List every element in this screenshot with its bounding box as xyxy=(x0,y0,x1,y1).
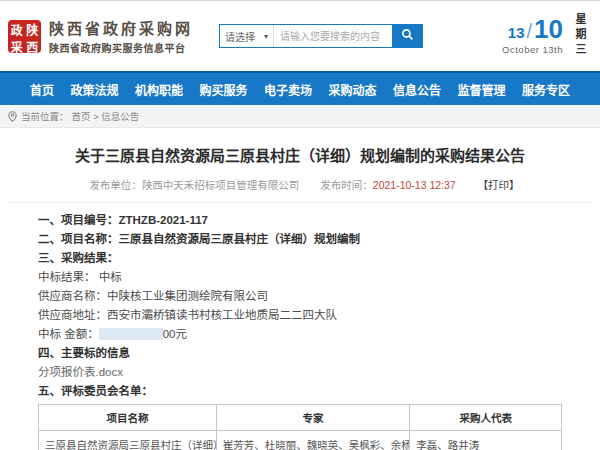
bid-amount-suffix: 00元 xyxy=(163,328,187,340)
publisher-group: 发布单位：陕西中天禾招标项目管理有限公司 xyxy=(89,179,299,191)
publisher-label: 发布单位： xyxy=(89,179,142,191)
bid-amount-label: 中标 金额： xyxy=(38,328,99,340)
date-day: 13 xyxy=(508,24,525,41)
search-select-label: 请选择 xyxy=(225,29,255,44)
column-header-experts: 专家 xyxy=(216,405,410,431)
table-row: 三原县自然资源局三原县村庄（详细）规划编制 崔芳芳、杜晓丽、魏晓英、吴枫彩、余杨… xyxy=(39,431,562,450)
site-titles: 陕西省政府采购网 陕西省政府购买服务信息平台 xyxy=(49,17,193,55)
column-header-purchaser-reps: 采购人代表 xyxy=(410,405,562,431)
search-input[interactable] xyxy=(274,25,392,47)
location-pin-icon xyxy=(8,111,17,122)
announcement-article: 关于三原县自然资源局三原县村庄（详细）规划编制的采购结果公告 发布单位：陕西中天… xyxy=(0,128,600,450)
search-bar: 请选择 ▾ xyxy=(219,24,423,48)
evaluation-committee-table: 项目名称 专家 采购人代表 三原县自然资源局三原县村庄（详细）规划编制 崔芳芳、… xyxy=(38,404,562,450)
date-numbers: 13 / 10 October 13th xyxy=(502,17,563,55)
nav-item-supervision[interactable]: 监督管理 xyxy=(457,81,505,98)
nav-item-policies[interactable]: 政策法规 xyxy=(70,81,118,98)
cell-purchaser-reps: 李磊、路井涛 xyxy=(410,431,562,450)
section4-heading: 四、主要标的信息 xyxy=(38,347,600,360)
bid-result-line: 中标结果： 中标 xyxy=(38,271,600,284)
nav-item-procurement-news[interactable]: 采购动态 xyxy=(328,81,376,98)
publish-time-value: 2021-10-13 12:37 xyxy=(373,179,456,191)
date-widget: 13 / 10 October 13th 星期三 xyxy=(502,13,592,59)
bid-amount-masked-value xyxy=(99,328,163,340)
cell-project-name: 三原县自然资源局三原县村庄（详细）规划编制 xyxy=(39,431,217,450)
search-button[interactable] xyxy=(392,25,422,47)
logo-char: 西 xyxy=(25,38,41,55)
supplier-name-line: 供应商名称：中陕核工业集团测绘院有限公司 xyxy=(38,290,600,303)
bid-amount-line: 中标 金额：00元 xyxy=(38,328,600,341)
nav-item-purchase-services[interactable]: 购买服务 xyxy=(199,81,247,98)
logo-char: 陕 xyxy=(25,21,41,38)
publish-time-label: 发布时间： xyxy=(320,179,373,191)
logo-char: 采 xyxy=(9,38,25,55)
section5-heading: 五、评标委员会名单： xyxy=(38,385,600,398)
nav-item-announcements[interactable]: 信息公告 xyxy=(393,81,441,98)
search-icon xyxy=(401,28,414,44)
publish-time-group: 发布时间：2021-10-13 12:37 xyxy=(320,179,455,191)
date-slash: / xyxy=(527,20,533,43)
search-category-select[interactable]: 请选择 ▾ xyxy=(220,25,274,47)
nav-item-service-zone[interactable]: 服务专区 xyxy=(522,81,570,98)
site-title: 陕西省政府采购网 xyxy=(49,17,193,38)
site-logo-stamp-icon: 政 陕 采 西 xyxy=(8,20,41,53)
date-english: October 13th xyxy=(502,44,563,55)
date-weekday: 星期三 xyxy=(572,13,588,59)
chevron-down-icon: ▾ xyxy=(264,32,268,41)
main-nav: 首页 政策法规 机构职能 购买服务 电子卖场 采购动态 信息公告 监督管理 服务… xyxy=(0,71,600,105)
attachment-link[interactable]: 分项报价表.docx xyxy=(38,366,123,378)
print-button[interactable]: 【打印】 xyxy=(478,179,520,191)
breadcrumb: 当前位置： 首页 > 信息公告 xyxy=(0,105,600,128)
nav-item-e-marketplace[interactable]: 电子卖场 xyxy=(264,81,312,98)
table-header-row: 项目名称 专家 采购人代表 xyxy=(39,405,562,431)
publisher-value: 陕西中天禾招标项目管理有限公司 xyxy=(142,179,300,191)
nav-item-functions[interactable]: 机构职能 xyxy=(135,81,183,98)
site-header: 政 陕 采 西 陕西省政府采购网 陕西省政府购买服务信息平台 请选择 ▾ 13 … xyxy=(0,1,600,71)
article-meta: 发布单位：陕西中天禾招标项目管理有限公司 发布时间：2021-10-13 12:… xyxy=(0,177,600,192)
site-subtitle: 陕西省政府购买服务信息平台 xyxy=(49,40,193,55)
logo-char: 政 xyxy=(9,21,25,38)
page-title: 关于三原县自然资源局三原县村庄（详细）规划编制的采购结果公告 xyxy=(24,144,576,165)
nav-item-home[interactable]: 首页 xyxy=(30,81,54,98)
column-header-project-name: 项目名称 xyxy=(39,405,217,431)
supplier-address-line: 供应商地址：西安市灞桥镇读书村核工业地质局二二四大队 xyxy=(38,309,600,322)
breadcrumb-path[interactable]: 首页 > 信息公告 xyxy=(72,109,140,123)
project-number-line: 一、项目编号：ZTHZB-2021-117 xyxy=(38,214,600,227)
article-body: 一、项目编号：ZTHZB-2021-117 二、项目名称：三原县自然资源局三原县… xyxy=(0,203,600,398)
breadcrumb-label: 当前位置： xyxy=(21,109,69,123)
project-name-line: 二、项目名称：三原县自然资源局三原县村庄（详细）规划编制 xyxy=(38,233,600,246)
date-month: 10 xyxy=(534,17,563,41)
procurement-result-heading: 三、采购结果： xyxy=(38,252,600,265)
cell-experts: 崔芳芳、杜晓丽、魏晓英、吴枫彩、余杨文 xyxy=(216,431,410,450)
